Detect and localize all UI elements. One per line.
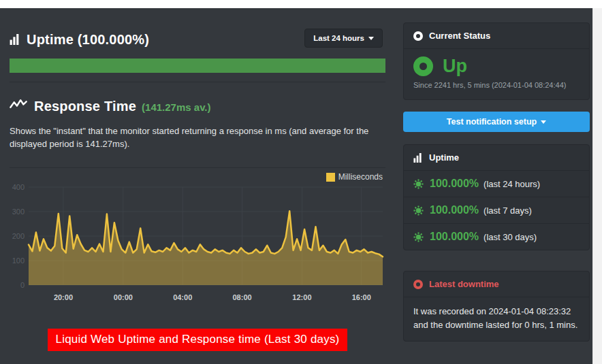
response-time-description: Shows the "instant" that the monitor sta… <box>10 125 381 150</box>
svg-text:12:00: 12:00 <box>292 293 311 301</box>
annotation-banner: Liquid Web Uptime and Response time (Las… <box>48 329 348 351</box>
current-status-title: Current Status <box>429 31 490 41</box>
status-value: Up <box>443 56 467 77</box>
uptime-progress-bar <box>10 59 385 73</box>
time-range-dropdown[interactable]: Last 24 hours <box>304 29 383 48</box>
response-time-average: (141.27ms av.) <box>142 101 210 113</box>
response-time-chart-svg: 010020030040020:0000:0004:0008:0012:0016… <box>10 183 385 307</box>
line-chart-icon <box>10 98 27 111</box>
response-time-chart[interactable]: 010020030040020:0000:0004:0008:0012:0016… <box>10 183 385 307</box>
latest-downtime-header: Latest downtime <box>404 271 589 297</box>
sun-icon <box>413 232 424 242</box>
bar-chart-icon <box>413 153 422 163</box>
chevron-down-icon <box>541 120 546 124</box>
legend-label: Milliseconds <box>338 172 383 182</box>
svg-text:300: 300 <box>12 208 25 216</box>
uptime-stats-panel: Uptime 100.000% (last 24 hours) 100.000%… <box>403 144 590 250</box>
legend-color-swatch <box>326 173 335 182</box>
svg-text:04:00: 04:00 <box>173 293 192 301</box>
up-status-icon <box>413 56 433 76</box>
test-notification-button[interactable]: Test notification setup <box>403 112 590 132</box>
svg-text:0: 0 <box>20 281 25 289</box>
svg-text:400: 400 <box>12 183 25 191</box>
time-range-label: Last 24 hours <box>313 34 364 42</box>
uptime-section-header: Uptime (100.000%) Last 24 hours <box>10 27 385 52</box>
latest-downtime-title: Latest downtime <box>429 279 499 289</box>
svg-text:200: 200 <box>12 232 25 240</box>
svg-text:20:00: 20:00 <box>54 293 73 301</box>
svg-text:100: 100 <box>12 257 25 265</box>
sun-icon <box>413 205 424 216</box>
chart-legend: Milliseconds <box>326 172 383 182</box>
svg-text:16:00: 16:00 <box>352 293 371 301</box>
section-divider <box>10 82 385 82</box>
status-ring-icon <box>413 31 423 41</box>
uptime-period: (last 30 days) <box>484 232 537 242</box>
uptime-title: Uptime (100.000%) <box>27 32 149 48</box>
scrollbar[interactable] <box>592 8 602 364</box>
current-status-header: Current Status <box>404 23 589 49</box>
uptime-period: (last 24 hours) <box>484 179 540 189</box>
status-page: Uptime (100.000%) Last 24 hours Response… <box>0 0 602 364</box>
uptime-stat-row: 100.000% (last 24 hours) <box>404 171 589 197</box>
dashboard-background: Uptime (100.000%) Last 24 hours Response… <box>0 8 592 364</box>
uptime-stat-row: 100.000% (last 7 days) <box>404 197 589 224</box>
uptime-percentage: 100.000% <box>430 231 479 243</box>
current-status-panel: Current Status Up Since 2241 hrs, 5 mins… <box>403 22 590 100</box>
uptime-period: (last 7 days) <box>484 205 532 216</box>
response-time-title: Response Time <box>34 99 136 114</box>
section-divider <box>10 167 385 168</box>
svg-text:00:00: 00:00 <box>114 293 133 301</box>
uptime-stats-title: Uptime <box>429 152 459 163</box>
uptime-stat-row: 100.000% (last 30 days) <box>404 224 589 250</box>
chevron-down-icon <box>368 37 374 40</box>
uptime-stats-header: Uptime <box>404 145 589 171</box>
response-time-section-header: Response Time (141.27ms av.) <box>10 98 211 114</box>
uptime-percentage: 100.000% <box>430 178 479 190</box>
main-column: Uptime (100.000%) Last 24 hours Response… <box>10 8 385 364</box>
downtime-ring-icon <box>413 280 423 289</box>
bar-chart-icon <box>10 34 20 45</box>
current-status-body: Up Since 2241 hrs, 5 mins (2024-01-04 08… <box>404 49 589 95</box>
banner-row: Liquid Web Uptime and Response time (Las… <box>10 329 385 351</box>
test-notification-label: Test notification setup <box>447 117 537 127</box>
svg-text:08:00: 08:00 <box>232 293 251 301</box>
sun-icon <box>413 179 424 189</box>
latest-downtime-panel: Latest downtime It was recorded on 2024-… <box>403 271 590 342</box>
uptime-percentage: 100.000% <box>430 204 479 216</box>
latest-downtime-text: It was recorded on 2024-01-04 08:23:32 a… <box>404 297 589 341</box>
status-since-text: Since 2241 hrs, 5 mins (2024-01-04 08:24… <box>413 81 580 89</box>
